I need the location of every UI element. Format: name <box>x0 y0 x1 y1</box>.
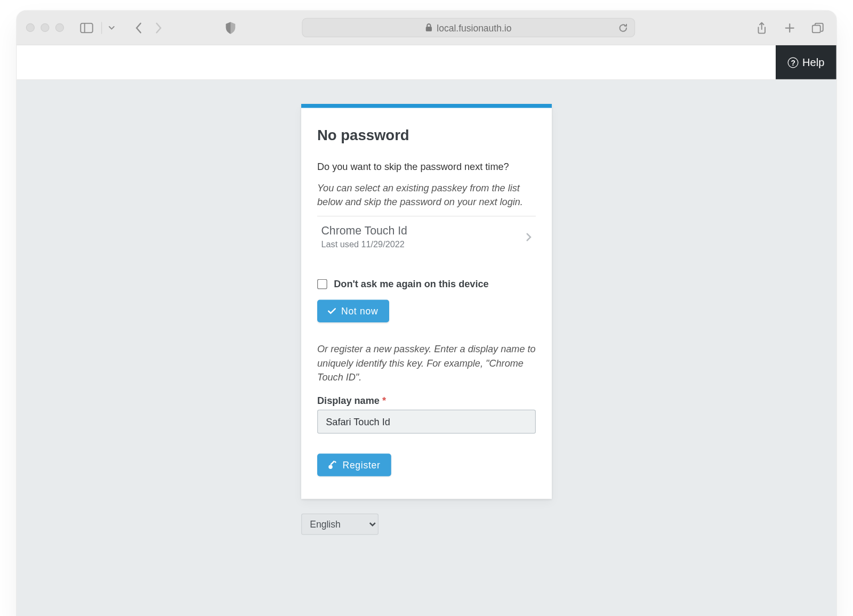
svg-rect-5 <box>330 460 335 465</box>
window-zoom[interactable] <box>55 23 64 32</box>
display-name-input[interactable] <box>317 410 536 434</box>
register-section: Or register a new passkey. Enter a displ… <box>317 343 536 476</box>
check-icon <box>328 308 336 315</box>
browser-window: local.fusionauth.io ? Help No password <box>17 11 836 616</box>
help-icon: ? <box>788 57 799 68</box>
display-name-label: Display name * <box>317 395 536 406</box>
toolbar-right <box>752 18 827 37</box>
key-icon <box>328 460 337 470</box>
window-minimize[interactable] <box>41 23 49 32</box>
help-button[interactable]: ? Help <box>776 45 836 79</box>
sidebar-icon[interactable] <box>76 18 98 37</box>
back-button[interactable] <box>130 18 148 37</box>
svg-rect-2 <box>426 27 432 31</box>
not-now-label: Not now <box>341 306 378 317</box>
address-bar[interactable]: local.fusionauth.io <box>302 18 635 37</box>
language-selector: English <box>301 514 379 535</box>
help-label: Help <box>802 56 824 69</box>
register-label: Register <box>343 460 381 471</box>
dont-ask-checkbox[interactable] <box>317 279 327 289</box>
language-select[interactable]: English <box>301 514 379 535</box>
chevron-right-icon <box>526 232 532 242</box>
svg-rect-3 <box>812 25 820 33</box>
passkey-text: Chrome Touch Id Last used 11/29/2022 <box>321 224 407 249</box>
passkey-name: Chrome Touch Id <box>321 224 407 238</box>
toolbar-separator <box>101 22 102 34</box>
skip-prompt: Do you want to skip the password next ti… <box>317 161 536 172</box>
not-now-button[interactable]: Not now <box>317 300 389 323</box>
passkey-item[interactable]: Chrome Touch Id Last used 11/29/2022 <box>317 216 536 260</box>
svg-rect-0 <box>81 23 93 33</box>
browser-toolbar: local.fusionauth.io <box>17 11 836 45</box>
required-asterisk: * <box>382 395 386 406</box>
share-icon[interactable] <box>752 18 771 37</box>
register-button[interactable]: Register <box>317 453 391 476</box>
url-text: local.fusionauth.io <box>437 22 511 33</box>
dont-ask-row: Don't ask me again on this device <box>317 279 536 289</box>
existing-passkey-hint: You can select an existing passkey from … <box>317 181 536 209</box>
sidebar-toggle-group <box>76 18 118 37</box>
page-body: No password Do you want to skip the pass… <box>17 80 836 616</box>
passkey-last-used: Last used 11/29/2022 <box>321 239 407 249</box>
new-tab-icon[interactable] <box>780 18 799 37</box>
lock-icon <box>425 23 433 32</box>
dont-ask-label[interactable]: Don't ask me again on this device <box>334 279 488 289</box>
tabs-icon[interactable] <box>808 18 827 37</box>
svg-point-4 <box>328 465 333 469</box>
window-close[interactable] <box>26 23 35 32</box>
passkey-card: No password Do you want to skip the pass… <box>301 104 552 499</box>
forward-button[interactable] <box>149 18 168 37</box>
reload-icon[interactable] <box>618 23 628 33</box>
app-header: ? Help <box>17 45 836 80</box>
window-controls <box>26 23 64 32</box>
chevron-down-icon[interactable] <box>106 26 117 30</box>
nav-group <box>130 18 168 37</box>
page-title: No password <box>317 127 536 144</box>
register-hint: Or register a new passkey. Enter a displ… <box>317 343 536 385</box>
shield-icon[interactable] <box>221 18 240 37</box>
